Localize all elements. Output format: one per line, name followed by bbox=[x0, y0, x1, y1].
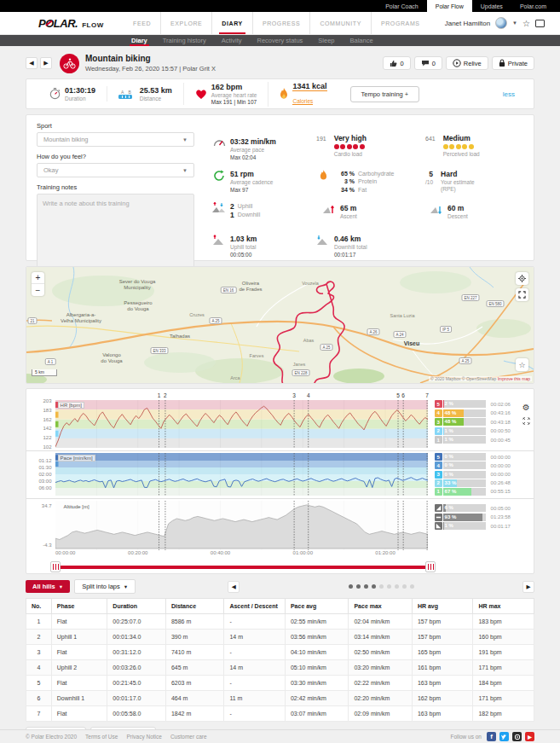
messages-icon[interactable] bbox=[535, 20, 545, 27]
lap-row[interactable]: 2Uphill 100:01:34.0390 m14 m03:56 min/km… bbox=[26, 630, 534, 645]
pager-dot[interactable] bbox=[356, 584, 361, 589]
next-session-button[interactable]: ▶ bbox=[40, 57, 52, 69]
subnav-balance[interactable]: Balance bbox=[343, 35, 381, 46]
slider-handle-right[interactable] bbox=[425, 561, 436, 572]
pace-plot[interactable]: Pace [min/km] bbox=[55, 453, 428, 496]
topbar-link[interactable]: Polar Flow bbox=[427, 0, 472, 12]
hr-value: 162 bpm bbox=[211, 83, 257, 91]
subnav-diary[interactable]: Diary bbox=[124, 35, 155, 46]
pager-next-button[interactable]: ▶ bbox=[522, 581, 534, 593]
lap-row[interactable]: 6Downhill 100:01:17.0464 m11 m02:42 min/… bbox=[26, 691, 534, 706]
footer-link-terms[interactable]: Terms of Use bbox=[85, 734, 118, 740]
content: ◀ ▶ Mountain biking Wednesday, Feb 26, 2… bbox=[0, 52, 560, 743]
main-nav-explore[interactable]: EXPLORE bbox=[161, 12, 212, 34]
subnav-training-history[interactable]: Training history bbox=[155, 35, 214, 46]
route-map[interactable]: Sever do Vouga MunicipalityPessegueiro d… bbox=[26, 266, 534, 384]
session-title: Mountain biking bbox=[85, 54, 216, 63]
lap-row[interactable]: 5Flat00:21:45.06203 m-03:30 min/km02:22 … bbox=[26, 676, 534, 691]
calories-label[interactable]: Calories bbox=[292, 98, 313, 105]
facebook-icon[interactable]: f bbox=[487, 732, 496, 741]
previous-session-button[interactable]: ◀ bbox=[26, 57, 38, 69]
lap-cell: 162 bpm bbox=[412, 691, 473, 706]
pager-dot[interactable] bbox=[395, 584, 399, 589]
training-target-button[interactable]: Tempo training + bbox=[350, 86, 420, 102]
calories-value[interactable]: 1341 kcal bbox=[292, 82, 326, 91]
sport-select[interactable]: Mountain biking▼ bbox=[37, 132, 194, 147]
lap-cell: Flat bbox=[51, 645, 107, 660]
topbar-link[interactable]: Polar.com bbox=[511, 0, 555, 12]
load-dot bbox=[456, 144, 461, 149]
subnav-recovery-status[interactable]: Recovery status bbox=[250, 35, 311, 46]
pager-dot[interactable] bbox=[349, 584, 353, 589]
main-nav-progress[interactable]: PROGRESS bbox=[253, 12, 310, 34]
subnav-sleep[interactable]: Sleep bbox=[310, 35, 342, 46]
instagram-icon[interactable] bbox=[512, 732, 522, 741]
map-locate-button[interactable] bbox=[516, 272, 528, 285]
chart-tools: ⚙ bbox=[518, 400, 534, 448]
main-nav-feed[interactable]: FEED bbox=[124, 12, 161, 34]
altitude-plot[interactable]: Altitude [m] bbox=[55, 501, 428, 550]
zoom-out-button[interactable]: − bbox=[32, 284, 44, 296]
main-nav-community[interactable]: COMMUNITY bbox=[310, 12, 372, 34]
pager-dot[interactable] bbox=[372, 584, 376, 589]
pager-previous-button[interactable]: ◀ bbox=[228, 581, 240, 593]
slider-track[interactable] bbox=[55, 566, 430, 569]
chart-expand-icon[interactable] bbox=[522, 417, 530, 425]
time-range-slider[interactable] bbox=[50, 560, 436, 574]
lap-cell: 2 bbox=[26, 630, 52, 645]
main-nav-programs[interactable]: PROGRAMS bbox=[372, 12, 430, 34]
polar-flow-logo[interactable]: POLAR. FLOW bbox=[38, 17, 104, 30]
comment-button[interactable]: 0 bbox=[414, 56, 442, 70]
map-fullscreen-button[interactable] bbox=[516, 288, 528, 301]
hills-filter-button[interactable]: All hills▼ bbox=[26, 580, 70, 593]
duration-value: 01:30:19 bbox=[65, 86, 95, 95]
lap-row[interactable]: 3Flat00:31:12.07410 m-04:10 min/km02:50 … bbox=[26, 645, 534, 660]
time-tick-label: 00:40:00 bbox=[211, 550, 230, 555]
hr-plot[interactable]: HR [bpm] bbox=[55, 400, 428, 448]
favorites-star-icon[interactable]: ☆ bbox=[522, 19, 530, 28]
footer-link-privacy[interactable]: Privacy Notice bbox=[126, 734, 162, 740]
chevron-down-icon[interactable]: ▼ bbox=[512, 20, 517, 26]
pager-dot[interactable] bbox=[402, 584, 407, 589]
map-favorite-button[interactable]: ☆ bbox=[516, 358, 528, 371]
subnav-activity[interactable]: Activity bbox=[214, 35, 250, 46]
lap-cell: 05:10 min/km bbox=[285, 660, 349, 676]
footer-link-customer-care[interactable]: Customer care bbox=[170, 734, 207, 740]
hr-tick-label: 102 bbox=[43, 444, 52, 450]
twitter-icon[interactable] bbox=[499, 732, 509, 741]
youtube-icon[interactable]: ▶ bbox=[525, 732, 534, 741]
split-into-laps-button[interactable]: Split into laps▼ bbox=[74, 579, 136, 594]
like-button[interactable]: 0 bbox=[383, 56, 410, 70]
main-nav-diary[interactable]: DIARY bbox=[212, 12, 253, 34]
pager-dot[interactable] bbox=[364, 584, 368, 589]
lap-cell: 03:07 min/km bbox=[285, 706, 349, 722]
load-dot bbox=[334, 144, 339, 149]
subnav-items: DiaryTraining historyActivityRecovery st… bbox=[124, 35, 381, 46]
lap-cell: 03:20 min/km bbox=[349, 660, 413, 676]
privacy-button[interactable]: Private bbox=[492, 56, 534, 70]
laps-header-cell: Pace max bbox=[349, 599, 413, 614]
user-name[interactable]: Janet Hamilton bbox=[445, 20, 490, 27]
less-link[interactable]: less bbox=[503, 90, 515, 98]
lap-row[interactable]: 1Flat00:25:07.08586 m-02:55 min/km02:04 … bbox=[26, 614, 534, 630]
user-avatar[interactable] bbox=[495, 17, 507, 29]
relive-button[interactable]: Relive bbox=[446, 56, 488, 70]
load-dot bbox=[469, 144, 474, 149]
pager-dot[interactable] bbox=[379, 584, 384, 589]
distance-label: Distance bbox=[140, 96, 172, 102]
improve-map-link[interactable]: Improve this map bbox=[498, 376, 530, 381]
slider-handle-left[interactable] bbox=[50, 561, 61, 572]
topbar-link[interactable]: Polar Coach bbox=[377, 0, 427, 12]
chart-settings-gear-icon[interactable]: ⚙ bbox=[522, 403, 530, 412]
altitude-chart-label: Altitude [m] bbox=[62, 504, 91, 509]
pager-dot[interactable] bbox=[410, 584, 414, 589]
zoom-in-button[interactable]: + bbox=[32, 272, 44, 284]
lap-row[interactable]: 7Flat00:05:58.01842 m-03:07 min/km02:09 … bbox=[26, 706, 534, 722]
feel-select[interactable]: Okay▼ bbox=[37, 163, 194, 177]
zone-legend-row: 233 %00:26:48 bbox=[435, 479, 519, 487]
lap-cell: 11 m bbox=[224, 691, 286, 706]
pager-dot[interactable] bbox=[387, 584, 391, 589]
training-notes-input[interactable]: Write a note about this training bbox=[37, 194, 194, 270]
lap-row[interactable]: 4Uphill 200:03:26.0645 m14 m05:10 min/km… bbox=[26, 660, 534, 676]
topbar-link[interactable]: Updates bbox=[472, 0, 511, 12]
